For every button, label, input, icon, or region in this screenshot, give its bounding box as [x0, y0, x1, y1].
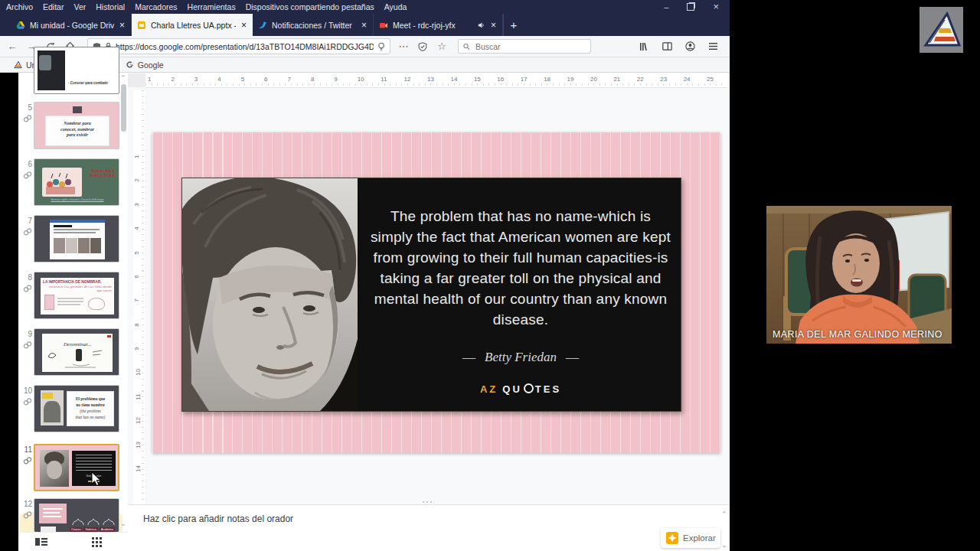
twitter-icon	[258, 21, 267, 30]
menu-item-6[interactable]: Dispositivos compartiendo pestañas	[246, 2, 374, 11]
hruler-tick: 15	[474, 76, 481, 83]
tab-audio-speaker-icon[interactable]	[478, 21, 485, 29]
window-controls: – ×	[664, 2, 730, 11]
transition-icon	[23, 341, 32, 349]
close-window-button[interactable]: ×	[713, 2, 719, 11]
speaker-notes-panel[interactable]	[128, 505, 730, 551]
slide-filmstrip-panel: · Conocer para combatir 5 Nombrar paraco…	[18, 73, 128, 551]
slide-6-thumbnail[interactable]: Sexism: See it. Name it. Stop it. Human …	[34, 158, 119, 206]
hruler-tick: 11	[381, 76, 387, 83]
bookmark-star-icon[interactable]: ☆	[436, 41, 448, 53]
lightbulb-icon[interactable]	[377, 42, 385, 51]
restore-button[interactable]	[687, 3, 694, 11]
hruler-tick: 3	[194, 76, 198, 83]
search-box[interactable]	[458, 39, 591, 54]
notes-drag-handle-icon[interactable]	[423, 501, 432, 503]
vruler-tick: 7	[133, 299, 140, 302]
slide-7-thumbnail[interactable]	[34, 215, 119, 262]
vruler-tick: 9	[133, 347, 140, 350]
meet-icon	[379, 21, 388, 30]
slide-10-thumbnail[interactable]: El problema que no tiene nombre (the pro…	[34, 385, 119, 432]
mouse-cursor	[91, 471, 102, 487]
tab-meet[interactable]: Meet - rdc-rjoj-yfx ×	[374, 14, 503, 36]
tab-twitter[interactable]: Notificaciones / Twitter ×	[253, 14, 374, 36]
vruler-tick: 11	[135, 393, 142, 399]
vertical-ruler: 1234567891011121314	[133, 90, 145, 505]
bookmark-google[interactable]: Google	[126, 60, 164, 70]
explore-star-icon	[666, 532, 678, 544]
transition-icon	[23, 171, 32, 179]
slide-number: 8	[20, 273, 32, 282]
webcam-scene	[766, 206, 952, 344]
vruler-tick: 13	[135, 442, 142, 448]
menu-item-1[interactable]: Editar	[43, 2, 64, 11]
menu-item-0[interactable]: Archivo	[6, 2, 33, 11]
search-input[interactable]	[474, 41, 586, 52]
google-g-icon	[126, 60, 134, 69]
tab-title: Mi unidad - Google Drive	[30, 21, 114, 30]
notes-scroll-down-icon[interactable]: ⌄	[721, 542, 727, 549]
hruler-tick: 24	[684, 76, 691, 83]
account-icon[interactable]	[684, 41, 696, 53]
tab-slides-presentation[interactable]: Charla Lletres UA.pptx - Presen ×	[132, 14, 253, 36]
notes-divider[interactable]	[128, 504, 730, 505]
minimize-button[interactable]: –	[664, 4, 668, 10]
new-tab-button[interactable]: +	[503, 14, 524, 36]
filmstrip-view-icon[interactable]	[35, 537, 47, 546]
slide-9-thumbnail[interactable]: Denominar...	[34, 328, 119, 376]
betty-friedan-photo[interactable]	[182, 178, 358, 411]
tab-google-drive[interactable]: Mi unidad - Google Drive ×	[11, 14, 132, 36]
library-icon[interactable]	[638, 41, 650, 53]
slide-4-thumbnail[interactable]: · Conocer para combatir	[34, 47, 119, 94]
back-icon[interactable]: ←	[6, 41, 18, 53]
slide-12-thumbnail[interactable]: Crianza Violencia Academia	[34, 498, 119, 532]
transition-icon	[23, 457, 32, 465]
universidad-alicante-logo	[920, 7, 963, 53]
menu-item-4[interactable]: Marcadores	[135, 2, 177, 11]
tab-close-icon[interactable]: ×	[119, 20, 126, 31]
meet-participant-video[interactable]: MARIA DEL MAR GALINDO MERINO	[766, 206, 952, 344]
vruler-tick: 10	[135, 369, 142, 376]
slides-icon	[137, 21, 146, 30]
menu-item-3[interactable]: Historial	[96, 2, 125, 11]
hruler-tick: 21	[613, 76, 620, 83]
quote-author: —Betty Friedan—	[368, 350, 674, 365]
filmstrip-scroll-down-icon[interactable]: ⌄	[120, 520, 126, 527]
slide-11-thumbnail-current[interactable]: Betty Friedan	[34, 444, 119, 491]
explore-button[interactable]: Explorar	[661, 528, 720, 548]
hruler-tick: 6	[264, 76, 267, 83]
save-to-pocket-shield-icon[interactable]	[416, 41, 429, 53]
hruler-tick: 10	[358, 76, 364, 83]
hruler-tick: 12	[404, 76, 411, 83]
menu-item-5[interactable]: Herramientas	[188, 2, 236, 11]
grid-view-icon[interactable]	[92, 537, 102, 547]
url-bar[interactable]: https://docs.google.com/presentation/d/1…	[87, 38, 390, 54]
tab-close-icon[interactable]: ×	[361, 20, 368, 31]
vruler-tick: 6	[133, 275, 140, 278]
filmstrip-scrollbar-thumb[interactable]	[121, 84, 126, 132]
url-text[interactable]: https://docs.google.com/presentation/d/1…	[116, 42, 374, 51]
hruler-tick: 13	[427, 76, 434, 83]
transition-icon	[23, 228, 32, 236]
menu-item-2[interactable]: Ver	[74, 2, 86, 11]
slide-canvas[interactable]: The problem that has no name-which is si…	[152, 132, 720, 453]
slide-8-thumbnail[interactable]: LA IMPORTANCIA DE NOMBRAR, reconocer Los…	[34, 272, 119, 319]
sidebar-panel-icon[interactable]	[661, 41, 673, 53]
slide-5-thumbnail[interactable]: Nombrar paraconocer, nombrarpara existir	[34, 102, 119, 149]
ua-bookmark-icon	[14, 60, 22, 69]
vruler-tick: 5	[133, 251, 140, 254]
filmstrip-scroll-up-icon[interactable]: ⌃	[120, 75, 126, 82]
ruler-corner	[128, 73, 145, 87]
notes-placeholder[interactable]: Haz clic para añadir notas del orador	[143, 514, 293, 524]
hamburger-menu-icon[interactable]	[707, 41, 719, 53]
tab-close-icon[interactable]: ×	[240, 20, 247, 31]
vruler-tick: 8	[133, 323, 140, 326]
page-actions-dots-icon[interactable]: ⋯	[397, 41, 410, 53]
brace-decorations	[71, 517, 117, 527]
quote-card[interactable]: The problem that has no name-which is si…	[181, 178, 681, 412]
transition-icon	[23, 115, 32, 122]
tab-close-icon[interactable]: ×	[490, 20, 497, 31]
notes-scroll-up-icon[interactable]: ⌃	[721, 511, 727, 518]
vruler-tick: 12	[135, 417, 142, 424]
menu-item-7[interactable]: Ayuda	[384, 2, 407, 11]
